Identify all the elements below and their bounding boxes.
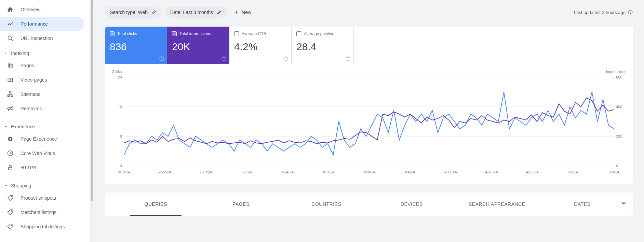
svg-text:2/22/24: 2/22/24 xyxy=(159,170,171,174)
plus-icon: + xyxy=(234,9,238,16)
svg-text:2/15/24: 2/15/24 xyxy=(118,170,131,174)
svg-text:4/18/24: 4/18/24 xyxy=(485,170,498,174)
search-icon xyxy=(7,35,14,42)
metric-total-impressions[interactable]: Total impressions 20K xyxy=(167,27,229,64)
sidebar-item-label: Video pages xyxy=(21,77,47,83)
sidebar-item-label: Performance xyxy=(21,21,48,27)
toolbar: Search type: Web Date: Last 3 months + N… xyxy=(105,6,633,18)
chevron-down-icon xyxy=(3,51,8,56)
svg-text:0: 0 xyxy=(616,164,618,168)
svg-point-15 xyxy=(11,211,12,212)
svg-point-16 xyxy=(11,225,12,226)
section-header-shopping[interactable]: Shopping xyxy=(0,178,94,190)
section-header-indexing[interactable]: Indexing xyxy=(0,46,94,58)
sidebar-item-label: Product snippets xyxy=(21,195,56,201)
svg-marker-5 xyxy=(10,79,11,80)
svg-text:3/21/24: 3/21/24 xyxy=(322,170,335,174)
help-icon[interactable] xyxy=(221,56,227,61)
sidebar-item-label: Merchant listings xyxy=(21,210,56,215)
dimension-tabs: Queries Pages Countries Devices Search A… xyxy=(113,193,625,216)
svg-text:3/7/24: 3/7/24 xyxy=(241,170,252,174)
performance-chart: 08162402004006002/15/242/22/242/29/243/7… xyxy=(110,74,628,176)
sidebar-item-url-inspection[interactable]: URL inspection xyxy=(0,31,84,45)
help-icon[interactable] xyxy=(159,56,164,61)
svg-text:4/25/24: 4/25/24 xyxy=(526,170,539,174)
chevron-down-icon xyxy=(3,183,8,188)
gear-icon xyxy=(7,136,14,142)
help-icon[interactable] xyxy=(345,56,351,61)
sidebar-item-video-pages[interactable]: Video pages xyxy=(0,73,87,87)
sidebar-top-group: Overview Performance URL inspection xyxy=(0,0,94,45)
sidebar-item-pages[interactable]: Pages xyxy=(0,59,87,72)
help-icon[interactable] xyxy=(628,10,633,15)
sidebar-item-label: URL inspection xyxy=(21,35,53,41)
removal-icon xyxy=(7,105,14,112)
sidebar-item-label: Removals xyxy=(21,106,42,111)
sidebar-item-label: Core Web Vitals xyxy=(21,151,55,156)
filter-icon[interactable] xyxy=(620,200,627,208)
tab-queries[interactable]: Queries xyxy=(113,193,199,216)
svg-text:0: 0 xyxy=(120,164,122,168)
sidebar-item-label: Shopping tab listings xyxy=(21,224,65,229)
edit-icon xyxy=(216,10,222,15)
chart-icon xyxy=(7,20,14,27)
vitals-icon xyxy=(7,150,14,157)
section-title: Experience xyxy=(11,124,35,129)
tab-countries[interactable]: Countries xyxy=(284,193,369,216)
chevron-down-icon xyxy=(3,124,8,129)
help-icon[interactable] xyxy=(283,56,289,61)
sidebar-item-product-snippets[interactable]: Product snippets xyxy=(0,191,87,205)
sidebar-item-overview[interactable]: Overview xyxy=(0,3,84,16)
svg-point-0 xyxy=(8,36,11,39)
tab-devices[interactable]: Devices xyxy=(369,193,455,216)
tab-pages[interactable]: Pages xyxy=(199,193,284,216)
svg-line-9 xyxy=(8,106,12,111)
svg-text:2/29/24: 2/29/24 xyxy=(199,170,212,174)
chip-date-range[interactable]: Date: Last 3 months xyxy=(165,7,227,18)
sidebar-item-label: HTTPS xyxy=(21,165,36,170)
section-title: Indexing xyxy=(11,51,29,56)
svg-rect-3 xyxy=(10,64,12,68)
sidebar-item-label: Overview xyxy=(21,7,40,12)
section-header-experience[interactable]: Experience xyxy=(0,119,94,131)
tag-icon xyxy=(7,195,14,201)
metric-toggles: Total clicks 836 Total impressions 20K A… xyxy=(105,27,633,64)
new-filter-button[interactable]: + New xyxy=(231,6,255,18)
data-table-card: Queries Pages Countries Devices Search A… xyxy=(105,193,633,216)
sidebar-item-label: Sitemaps xyxy=(21,91,40,97)
tag-icon xyxy=(7,209,14,216)
lock-icon xyxy=(7,164,14,171)
sidebar-item-label: Pages xyxy=(21,63,34,68)
tab-dates[interactable]: Dates xyxy=(540,193,625,216)
svg-point-14 xyxy=(11,196,12,197)
axis-title-right: Impressions xyxy=(606,70,626,74)
video-icon xyxy=(7,76,14,83)
svg-text:600: 600 xyxy=(616,75,622,79)
pages-icon xyxy=(7,62,14,69)
sidebar-scrollbar[interactable] xyxy=(90,0,94,242)
chip-search-type[interactable]: Search type: Web xyxy=(105,7,161,18)
svg-text:400: 400 xyxy=(616,105,622,109)
sidebar: Overview Performance URL inspection Inde… xyxy=(0,0,94,242)
sidebar-item-page-experience[interactable]: Page Experience xyxy=(0,132,87,146)
sidebar-item-removals[interactable]: Removals xyxy=(0,102,87,115)
metric-average-ctr[interactable]: Average CTR 4.2% xyxy=(229,27,292,64)
last-updated: Last updated: 2 hours ago xyxy=(574,10,633,15)
svg-rect-8 xyxy=(11,95,13,97)
svg-line-1 xyxy=(11,39,13,41)
sidebar-item-label: Page Experience xyxy=(21,136,57,142)
svg-text:200: 200 xyxy=(616,134,622,138)
sidebar-item-core-web-vitals[interactable]: Core Web Vitals xyxy=(0,146,87,160)
sidebar-item-sitemaps[interactable]: Sitemaps xyxy=(0,87,87,101)
metric-average-position[interactable]: Average position 28.4 xyxy=(292,27,354,64)
sidebar-item-merchant-listings[interactable]: Merchant listings xyxy=(0,205,87,219)
svg-text:5/9/24: 5/9/24 xyxy=(609,170,619,174)
svg-text:4/4/24: 4/4/24 xyxy=(405,170,415,174)
sidebar-item-https[interactable]: HTTPS xyxy=(0,161,87,174)
tab-search-appearance[interactable]: Search Appearance xyxy=(454,193,540,216)
sidebar-item-performance[interactable]: Performance xyxy=(0,17,84,31)
sidebar-item-shopping-tab-listings[interactable]: Shopping tab listings xyxy=(0,220,87,233)
edit-icon xyxy=(151,10,157,15)
home-icon xyxy=(7,6,14,13)
metric-total-clicks[interactable]: Total clicks 836 xyxy=(105,27,167,64)
